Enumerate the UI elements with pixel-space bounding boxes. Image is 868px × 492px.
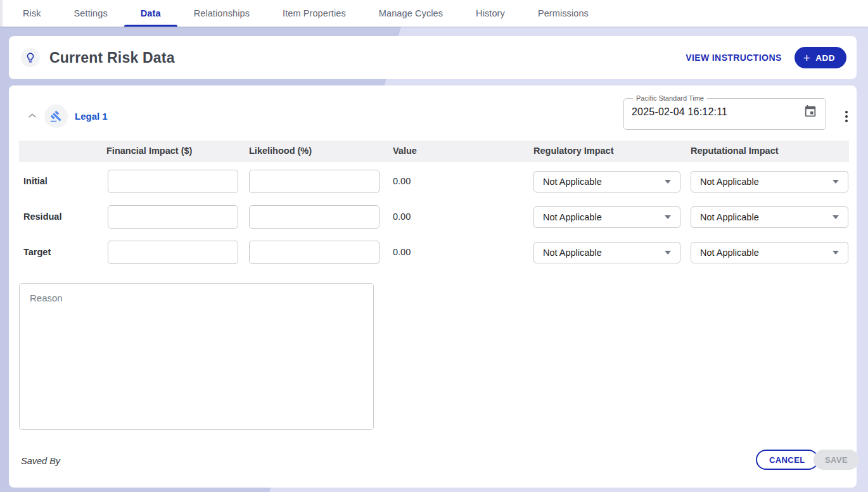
lightbulb-icon bbox=[21, 48, 40, 67]
table-row-residual: Residual 0.00 Not Applicable Not Applica… bbox=[9, 205, 857, 229]
table-row-initial: Initial 0.00 Not Applicable Not Applicab… bbox=[9, 170, 857, 193]
target-reputational-impact-select[interactable]: Not Applicable bbox=[691, 242, 848, 263]
table-row-target: Target 0.00 Not Applicable Not Applicabl… bbox=[9, 241, 857, 264]
reason-textarea[interactable] bbox=[19, 283, 374, 430]
caret-down-icon bbox=[665, 215, 671, 219]
col-reputational-impact: Reputational Impact bbox=[691, 146, 779, 156]
page-header: Current Risk Data VIEW INSTRUCTIONS + AD… bbox=[9, 36, 857, 79]
target-regulatory-impact-select[interactable]: Not Applicable bbox=[533, 242, 680, 263]
saved-by-label: Saved By bbox=[21, 456, 60, 466]
header-actions: VIEW INSTRUCTIONS + ADD bbox=[686, 47, 846, 68]
calendar-icon[interactable] bbox=[803, 104, 818, 120]
tab-history[interactable]: History bbox=[459, 0, 521, 27]
initial-value: 0.00 bbox=[393, 176, 411, 186]
tab-settings[interactable]: Settings bbox=[58, 0, 124, 27]
cancel-button[interactable]: CANCEL bbox=[756, 450, 819, 470]
residual-value: 0.00 bbox=[393, 211, 411, 222]
tab-data[interactable]: Data bbox=[124, 0, 177, 27]
tab-bar: Risk Settings Data Relationships Item Pr… bbox=[0, 0, 868, 27]
residual-financial-impact-input[interactable] bbox=[108, 205, 238, 229]
target-financial-impact-input[interactable] bbox=[108, 241, 238, 264]
save-button[interactable]: SAVE bbox=[814, 450, 859, 470]
residual-likelihood-input[interactable] bbox=[249, 205, 380, 229]
row-label: Residual bbox=[23, 211, 61, 222]
caret-down-icon bbox=[833, 215, 839, 219]
page-title: Current Risk Data bbox=[49, 49, 175, 66]
tab-permissions[interactable]: Permissions bbox=[521, 0, 605, 27]
tab-risk[interactable]: Risk bbox=[6, 0, 58, 27]
table-header-row: Financial Impact ($) Likelihood (%) Valu… bbox=[19, 141, 849, 162]
target-likelihood-input[interactable] bbox=[249, 241, 380, 264]
initial-reputational-impact-select[interactable]: Not Applicable bbox=[691, 171, 848, 192]
col-financial-impact: Financial Impact ($) bbox=[106, 146, 192, 156]
caret-down-icon bbox=[833, 251, 839, 255]
col-regulatory-impact: Regulatory Impact bbox=[533, 146, 614, 156]
kebab-menu-icon[interactable] bbox=[838, 107, 855, 126]
plus-icon: + bbox=[803, 52, 811, 64]
risk-category-avatar bbox=[44, 104, 68, 128]
caret-down-icon bbox=[665, 180, 671, 184]
residual-reputational-impact-select[interactable]: Not Applicable bbox=[691, 206, 848, 228]
row-label: Target bbox=[23, 247, 51, 257]
col-likelihood: Likelihood (%) bbox=[249, 146, 312, 156]
caret-down-icon bbox=[665, 251, 671, 255]
initial-financial-impact-input[interactable] bbox=[108, 170, 238, 193]
select-value: Not Applicable bbox=[700, 212, 759, 222]
select-value: Not Applicable bbox=[543, 212, 602, 222]
select-value: Not Applicable bbox=[700, 248, 759, 258]
tab-item-properties[interactable]: Item Properties bbox=[266, 0, 362, 27]
initial-likelihood-input[interactable] bbox=[249, 170, 380, 193]
datetime-value[interactable]: 2025-02-04 16:12:11 bbox=[632, 106, 727, 118]
chevron-up-icon bbox=[26, 110, 39, 122]
risk-data-panel: Legal 1 Pacific Standard Time 2025-02-04… bbox=[9, 85, 857, 488]
gavel-icon bbox=[50, 110, 62, 122]
add-button-label: ADD bbox=[815, 53, 835, 63]
tab-manage-cycles[interactable]: Manage Cycles bbox=[362, 0, 459, 27]
select-value: Not Applicable bbox=[543, 248, 602, 258]
collapse-section-button[interactable] bbox=[25, 110, 39, 123]
select-value: Not Applicable bbox=[543, 177, 602, 187]
row-label: Initial bbox=[23, 176, 48, 186]
view-instructions-link[interactable]: VIEW INSTRUCTIONS bbox=[686, 53, 781, 63]
target-value: 0.00 bbox=[393, 247, 411, 257]
select-value: Not Applicable bbox=[700, 177, 759, 187]
add-button[interactable]: + ADD bbox=[795, 47, 846, 68]
timezone-label: Pacific Standard Time bbox=[633, 94, 707, 102]
caret-down-icon bbox=[833, 180, 839, 184]
tab-relationships[interactable]: Relationships bbox=[177, 0, 266, 27]
residual-regulatory-impact-select[interactable]: Not Applicable bbox=[533, 206, 680, 228]
col-value: Value bbox=[393, 146, 417, 156]
datetime-field: Pacific Standard Time 2025-02-04 16:12:1… bbox=[623, 94, 826, 130]
risk-item-link[interactable]: Legal 1 bbox=[75, 111, 108, 122]
initial-regulatory-impact-select[interactable]: Not Applicable bbox=[533, 171, 680, 192]
